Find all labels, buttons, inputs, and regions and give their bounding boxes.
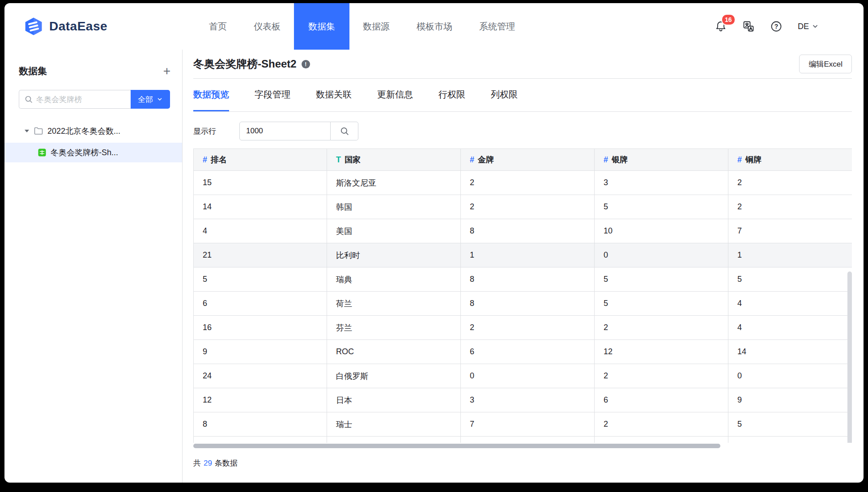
horizontal-scrollbar[interactable]	[193, 444, 720, 448]
sidebar-title: 数据集	[19, 65, 47, 77]
table-cell: 4	[728, 316, 852, 340]
table-cell: 6	[193, 292, 327, 316]
dataset-sidebar: 数据集 + 冬奥会奖牌榜 全部	[4, 50, 183, 483]
table-cell: 15	[193, 171, 327, 195]
numeric-field-icon: #	[737, 155, 742, 165]
nav-item[interactable]: 数据源	[349, 3, 403, 50]
chevron-down-icon	[812, 23, 819, 30]
nav-items: 首页仪表板数据集数据源模板市场系统管理	[196, 3, 528, 50]
table-cell: 2	[595, 364, 728, 388]
table-cell: 5	[728, 412, 852, 437]
rows-limit-label: 显示行	[193, 126, 216, 136]
table-cell: 7	[728, 219, 852, 243]
table-cell: 2	[461, 195, 595, 219]
info-icon[interactable]	[302, 60, 310, 68]
vertical-scrollbar[interactable]	[847, 271, 852, 446]
chevron-down-icon	[157, 96, 163, 102]
user-menu[interactable]: DE	[798, 22, 819, 31]
table-header-row: #排名T国家#金牌#银牌#铜牌	[193, 148, 852, 171]
table-cell: 2	[728, 195, 852, 219]
rows-limit-input[interactable]	[239, 122, 331, 140]
tree-file-item-selected[interactable]: 冬奥会奖牌榜-Sh...	[4, 143, 182, 162]
caret-down-icon[interactable]	[24, 129, 30, 133]
column-header[interactable]: #银牌	[595, 148, 728, 171]
table-cell: 美国	[327, 219, 461, 243]
table-cell: 21	[193, 243, 327, 267]
table-footer: 共 29 条数据	[193, 458, 852, 468]
main-content: 冬奥会奖牌榜-Sheet2 编辑Excel 数据预览字段管理数据关联更新信息行权…	[183, 50, 864, 483]
table-cell: 0	[461, 364, 595, 388]
table-cell: 6	[595, 388, 728, 412]
column-header[interactable]: #排名	[193, 148, 327, 171]
edit-excel-button[interactable]: 编辑Excel	[799, 55, 852, 73]
translate-icon[interactable]	[742, 20, 755, 33]
table-cell: 9	[728, 388, 852, 412]
table-cell: 2	[461, 316, 595, 340]
nav-item[interactable]: 模板市场	[403, 3, 466, 50]
table-cell: 9	[193, 340, 327, 364]
filter-all-button[interactable]: 全部	[131, 90, 170, 109]
table-cell: 2	[461, 171, 595, 195]
table-cell: 韩国	[327, 195, 461, 219]
tab[interactable]: 列权限	[491, 79, 518, 111]
nav-item[interactable]: 首页	[196, 3, 240, 50]
table-cell: 16	[193, 316, 327, 340]
nav-item[interactable]: 数据集	[294, 3, 349, 50]
table-cell: 6	[461, 340, 595, 364]
table-cell: 3	[595, 171, 728, 195]
table-cell: 4	[728, 292, 852, 316]
tab[interactable]: 数据预览	[193, 79, 229, 111]
tab[interactable]: 数据关联	[316, 79, 352, 111]
table-row: 24白俄罗斯020	[193, 364, 852, 388]
table-cell: 5	[595, 195, 728, 219]
nav-item[interactable]: 系统管理	[466, 3, 528, 50]
table-row: 21比利时101	[193, 243, 852, 267]
column-header[interactable]: T国家	[327, 148, 461, 171]
nav-item[interactable]: 仪表板	[240, 3, 294, 50]
tree-folder-label: 2022北京冬奥会数...	[47, 126, 120, 136]
dataset-tree: 2022北京冬奥会数... 冬奥会奖牌榜-Sh...	[4, 122, 182, 162]
table-cell: 8	[193, 412, 327, 437]
dataset-search-input[interactable]: 冬奥会奖牌榜	[19, 90, 131, 109]
table-cell: 5	[728, 267, 852, 292]
app-window: DataEase 首页仪表板数据集数据源模板市场系统管理 16	[4, 3, 864, 483]
column-label: 国家	[345, 154, 361, 165]
table-cell: 1	[461, 243, 595, 267]
excel-dataset-icon	[38, 148, 47, 157]
table-row: 6荷兰854	[193, 292, 852, 316]
data-preview-table: #排名T国家#金牌#银牌#铜牌15斯洛文尼亚23214韩国2524美国81072…	[193, 148, 852, 449]
table-cell: 8	[461, 219, 595, 243]
tab[interactable]: 更新信息	[377, 79, 413, 111]
table-row: 15斯洛文尼亚232	[193, 171, 852, 195]
table-cell: 比利时	[327, 243, 461, 267]
tab[interactable]: 字段管理	[255, 79, 290, 111]
add-dataset-button[interactable]: +	[163, 65, 170, 77]
notification-bell-icon[interactable]: 16	[715, 20, 727, 33]
help-icon[interactable]: ?	[770, 20, 783, 33]
total-suffix: 条数据	[215, 458, 238, 468]
table-search-button[interactable]	[331, 122, 358, 140]
table-cell: 斯洛文尼亚	[327, 171, 461, 195]
column-header[interactable]: #铜牌	[728, 148, 852, 171]
numeric-field-icon: #	[604, 155, 608, 165]
dataease-logo[interactable]: DataEase	[4, 3, 196, 50]
navbar-right: 16 ? DE	[715, 3, 864, 50]
table-cell: 1	[728, 243, 852, 267]
filter-all-label: 全部	[138, 94, 153, 105]
table-cell: 12	[193, 388, 327, 412]
column-header[interactable]: #金牌	[461, 148, 595, 171]
table-cell: 10	[595, 219, 728, 243]
tree-folder-item[interactable]: 2022北京冬奥会数...	[4, 122, 182, 140]
table-cell: 0	[728, 364, 852, 388]
numeric-field-icon: #	[203, 155, 207, 165]
tab[interactable]: 行权限	[438, 79, 465, 111]
tabs: 数据预览字段管理数据关联更新信息行权限列权限	[193, 79, 852, 112]
table-row: 9ROC61214	[193, 340, 852, 364]
text-field-icon: T	[336, 155, 341, 165]
table-row: 12日本369	[193, 388, 852, 412]
table-cell: 2	[595, 412, 728, 437]
table-cell: 白俄罗斯	[327, 364, 461, 388]
table-cell: 12	[595, 340, 728, 364]
page-title: 冬奥会奖牌榜-Sheet2	[193, 57, 297, 71]
table-row: 14韩国252	[193, 195, 852, 219]
